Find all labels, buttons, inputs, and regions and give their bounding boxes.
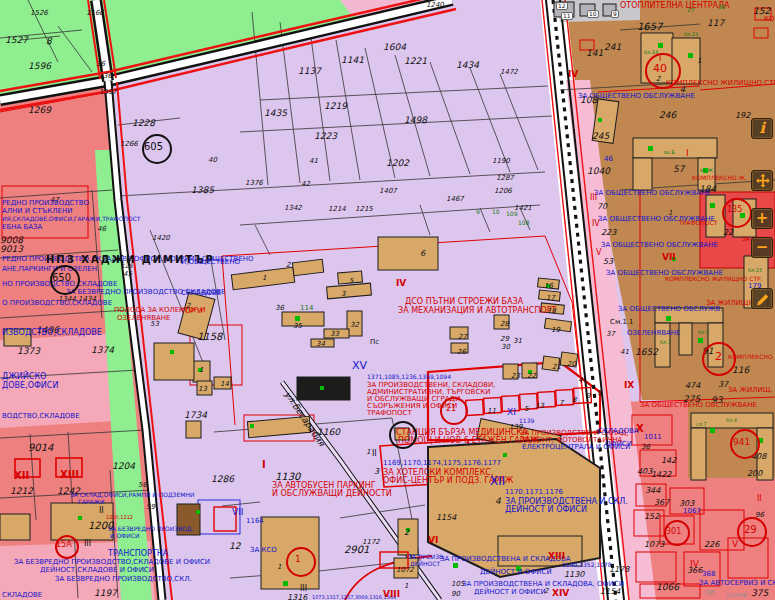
map-label: VII	[662, 253, 676, 262]
map-label: 1269	[28, 106, 51, 115]
highlight-circle	[645, 53, 681, 89]
map-label: 5	[524, 406, 528, 413]
map-label: 1371,1085,1236,1369,1094	[367, 374, 451, 380]
map-label: 1652	[635, 348, 658, 357]
map-label: 1072	[396, 567, 414, 574]
highlight-circle	[664, 520, 690, 546]
map-label: 1197	[94, 589, 117, 598]
map-label: 367	[654, 499, 669, 507]
map-label: 37	[718, 381, 728, 389]
map-label: КО	[764, 16, 774, 23]
highlight-circle	[730, 429, 760, 459]
edit-button[interactable]	[751, 288, 773, 309]
map-label: 37	[606, 331, 615, 338]
map-label: 1597	[99, 89, 117, 96]
map-label: 9	[597, 390, 601, 397]
map-label: И ОБСЛУЖВАЩИ ДЕЙНОСТИ	[272, 490, 392, 498]
map-label: 2	[544, 588, 548, 595]
map-label: ЗА ЖИЛИЩ.	[728, 387, 773, 394]
map-label: 1202	[386, 159, 409, 168]
map-label: 10	[492, 209, 500, 215]
map-label: 1228	[132, 119, 155, 128]
map-label: сл.7	[696, 422, 707, 427]
map-label: 1734	[184, 411, 207, 420]
map-label: ДСО ПЪТНИ СТРОЕЖИ БАЗА	[405, 298, 523, 306]
map-label: XI	[507, 408, 516, 417]
map-label: 1158	[197, 332, 222, 342]
map-label: 9013	[0, 245, 23, 254]
map-label: 1472	[500, 69, 518, 76]
info-button[interactable]: i	[751, 118, 773, 139]
map-label: 45	[123, 271, 132, 278]
highlight-circle	[286, 547, 316, 577]
map-label: 29	[500, 336, 509, 343]
map-label: 1164	[246, 518, 264, 525]
map-label: И,ОБЩЕСТВЕНО	[181, 259, 240, 266]
map-label: 8	[572, 397, 576, 404]
map-label: ПОМОЩ И НОВ 6-ЕТАЖЕН ГАРАЖ	[398, 437, 539, 445]
zoom-in-button[interactable]: +	[751, 208, 773, 229]
map-label: IX	[624, 381, 634, 390]
map-label: ЕБНА БАЗА	[2, 224, 42, 231]
map-label: 375	[751, 589, 768, 598]
map-label: 246	[659, 111, 676, 120]
map-label: 28	[500, 321, 509, 328]
map-label: бл.23	[684, 32, 698, 37]
map-label: 13	[535, 403, 544, 410]
map-label: 1316	[287, 594, 307, 600]
map-label: 1154	[436, 514, 456, 522]
map-label: ВОДСТВО,СКЛАДОВЕ	[2, 413, 80, 420]
map-label: 32	[350, 322, 359, 329]
map-label: 403	[637, 468, 652, 476]
map-label: 4	[495, 497, 501, 506]
map-label: 53	[150, 321, 159, 328]
map-label: 1420	[152, 235, 170, 242]
map-label: ОЗЕЛЕНЯВАНЕ	[627, 330, 681, 337]
pan-button[interactable]	[751, 170, 773, 191]
map-label: 19	[551, 327, 560, 334]
map-label: 46	[97, 226, 106, 233]
map-label: 2	[286, 262, 290, 269]
map-label: 1373	[17, 347, 40, 356]
map-label: 9014	[28, 443, 53, 453]
map-label: ДОВЕ,ОФИСИ	[2, 382, 58, 390]
map-label: 1206	[494, 188, 512, 195]
map-label: 1	[277, 564, 281, 571]
map-label: 241	[604, 43, 621, 52]
map-label: 109	[506, 211, 517, 217]
map-label: 31	[513, 338, 522, 345]
map-label: XII	[14, 471, 29, 481]
map-label: XIV	[552, 589, 569, 598]
map-label: 36	[96, 61, 105, 68]
map-label: 1	[404, 583, 408, 590]
map-label: ЗА БЕЗВРЕДНО ПРОИЗВОДСТВО,СКЛ.	[55, 576, 192, 583]
map-label: 2901	[344, 545, 369, 555]
map-label: ДЕЙНОСТ И ОФИСИ	[505, 506, 587, 514]
pan-icon	[754, 173, 772, 190]
map-label: ДЕЙНОСТ,СКЛАДОВЕ И ОФИСИ	[40, 567, 154, 574]
map-label: ГАРАЖИ	[78, 499, 104, 505]
map-label: V	[596, 249, 601, 257]
map-label: 1219	[324, 102, 347, 111]
map-label: 1140,1352,1078	[562, 562, 612, 568]
map-label: IV	[568, 70, 578, 79]
map-label: ДЕЙНОСТ И ОФИСИ	[480, 569, 552, 576]
highlight-circle	[142, 134, 172, 164]
map-label: 1141	[341, 56, 364, 65]
cadastral-map[interactable]: 1526152781596116636361597124012691228126…	[0, 0, 775, 600]
map-label: 1435	[264, 109, 287, 118]
map-label: 1498	[404, 116, 427, 125]
map-label: ЗА МЕХАНИЗАЦИЯ И АВТОТРАНСПОРТ	[398, 307, 556, 315]
zoom-out-icon: −	[756, 238, 769, 256]
map-label: 344	[645, 487, 660, 495]
map-label: 41	[309, 158, 318, 165]
map-label: 9	[611, 10, 619, 18]
map-label: ДЖИЙСКО	[2, 373, 46, 381]
map-label: 11	[561, 12, 573, 20]
zoom-out-button[interactable]: −	[751, 237, 773, 258]
map-label: 26	[457, 349, 466, 356]
map-label: 22	[527, 373, 536, 380]
map-label: 1172	[362, 539, 380, 546]
map-label: III	[84, 540, 91, 548]
map-label: 10	[587, 10, 599, 18]
